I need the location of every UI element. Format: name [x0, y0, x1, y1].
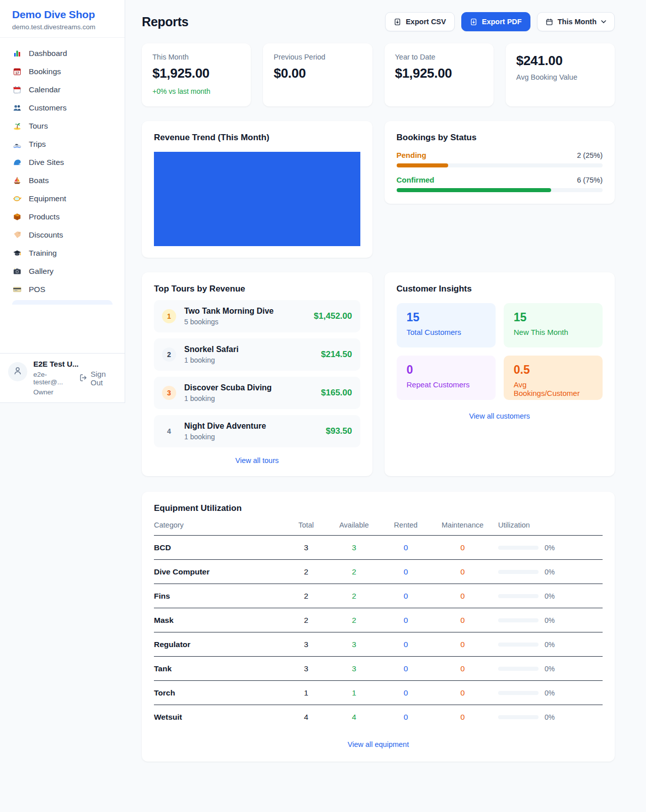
cell-maintenance: 0 [431, 640, 494, 649]
stat-value: $241.00 [516, 53, 604, 69]
cell-rented: 0 [381, 616, 431, 625]
sidebar-item-label: Customers [29, 103, 67, 112]
cell-utilization: 0% [494, 592, 603, 600]
sidebar-item-label: POS [29, 285, 45, 294]
sign-out-button[interactable]: Sign Out [79, 370, 117, 387]
insight-value: 0.5 [514, 363, 593, 377]
cell-available: 3 [328, 664, 381, 673]
tour-bookings: 1 booking [184, 394, 272, 402]
user-section: E2E Test U... e2e-tester@... Sign Out Ow… [0, 353, 125, 402]
column-header: Available [328, 521, 381, 529]
sidebar-item-label: Boats [29, 176, 49, 185]
stat-value: $0.00 [274, 66, 361, 81]
brand-header: Demo Dive Shop demo.test.divestreams.com [0, 0, 125, 38]
sidebar-item-calendar[interactable]: Calendar [6, 81, 119, 99]
sidebar-item-discounts[interactable]: Discounts [6, 226, 119, 244]
cell-utilization: 0% [494, 665, 603, 673]
cell-available: 2 [328, 616, 381, 625]
stat-card-this-month: This Month $1,925.00 +0% vs last month [142, 43, 251, 106]
status-row-pending: Pending 2 (25%) [397, 151, 603, 167]
progress-fill [397, 188, 551, 192]
tour-revenue: $165.00 [321, 388, 352, 398]
sidebar-item-equipment[interactable]: Equipment [6, 190, 119, 208]
revenue-trend-panel: Revenue Trend (This Month) [142, 121, 372, 258]
utilization-track [498, 618, 539, 622]
credit-card-icon [12, 285, 22, 294]
export-csv-button[interactable]: Export CSV [385, 12, 455, 31]
column-header: Utilization [494, 521, 603, 529]
insight-label: Avg Bookings/Customer [514, 380, 593, 397]
export-pdf-button[interactable]: Export PDF [461, 12, 530, 31]
cell-category: Dive Computer [154, 567, 285, 576]
view-all-customers-link[interactable]: View all customers [397, 412, 603, 420]
sidebar-item-boats[interactable]: Boats [6, 171, 119, 190]
table-row: Torch 1 1 0 0 0% [154, 681, 603, 705]
tour-bookings: 5 bookings [184, 318, 274, 326]
cell-utilization: 0% [494, 544, 603, 552]
cell-total: 2 [285, 616, 328, 625]
status-label: Pending [397, 151, 426, 159]
cell-utilization: 0% [494, 689, 603, 697]
sidebar-item-reports-partial[interactable] [12, 300, 113, 305]
column-header: Total [285, 521, 328, 529]
sidebar-item-label: Trips [29, 140, 46, 149]
sidebar-item-label: Gallery [29, 267, 53, 276]
utilization-percent: 0% [545, 713, 555, 721]
cell-utilization: 0% [494, 641, 603, 649]
progress-track [397, 163, 603, 167]
logout-icon [79, 374, 87, 383]
tag-icon [12, 230, 22, 240]
sidebar-item-label: Dive Sites [29, 158, 64, 167]
bar-chart-icon [12, 49, 22, 58]
sidebar-item-bookings[interactable]: 17 Bookings [6, 63, 119, 81]
view-all-tours-link[interactable]: View all tours [154, 456, 360, 465]
utilization-track [498, 546, 539, 550]
sailboat-icon [12, 176, 22, 185]
cell-total: 1 [285, 688, 328, 698]
insight-value: 15 [514, 311, 593, 324]
view-all-equipment-link[interactable]: View all equipment [154, 740, 603, 748]
cell-utilization: 0% [494, 616, 603, 624]
tour-name: Two Tank Morning Dive [184, 307, 274, 316]
utilization-percent: 0% [545, 568, 555, 576]
sidebar-item-pos[interactable]: POS [6, 280, 119, 299]
stat-card-avg-booking-value: $241.00 Avg Booking Value [506, 43, 615, 106]
progress-fill [397, 163, 448, 167]
sidebar-item-dive-sites[interactable]: Dive Sites [6, 153, 119, 171]
dive-mask-icon [12, 194, 22, 203]
cell-utilization: 0% [494, 568, 603, 576]
sidebar-item-customers[interactable]: Customers [6, 99, 119, 117]
insight-value: 0 [407, 363, 486, 377]
sidebar-item-gallery[interactable]: Gallery [6, 262, 119, 280]
stat-label: Previous Period [274, 53, 361, 61]
tour-item: 3 Discover Scuba Diving 1 booking $165.0… [154, 377, 360, 409]
cell-total: 2 [285, 567, 328, 576]
insight-label: New This Month [514, 328, 593, 336]
user-role: Owner [33, 388, 117, 396]
insight-card-total-customers: 15 Total Customers [397, 303, 496, 347]
cell-maintenance: 0 [431, 592, 494, 601]
status-row-confirmed: Confirmed 6 (75%) [397, 176, 603, 192]
tour-revenue: $1,452.00 [314, 311, 352, 321]
sidebar-item-label: Calendar [29, 85, 61, 94]
cell-available: 2 [328, 592, 381, 601]
rank-badge: 4 [162, 424, 176, 438]
period-selector[interactable]: This Month [537, 12, 615, 31]
table-row: Regulator 3 3 0 0 0% [154, 632, 603, 657]
sidebar-item-tours[interactable]: Tours [6, 117, 119, 135]
tour-revenue: $214.50 [321, 350, 352, 360]
camera-icon [12, 267, 22, 276]
sidebar-item-label: Equipment [29, 194, 66, 203]
sidebar-item-trips[interactable]: Trips [6, 135, 119, 153]
sidebar-item-label: Tours [29, 122, 48, 131]
page-title: Reports [142, 15, 188, 29]
sidebar-item-dashboard[interactable]: Dashboard [6, 44, 119, 63]
revenue-trend-chart [154, 152, 360, 246]
sidebar-item-training[interactable]: Training [6, 244, 119, 262]
table-row: Tank 3 3 0 0 0% [154, 657, 603, 681]
cell-rented: 0 [381, 713, 431, 722]
cell-rented: 0 [381, 543, 431, 552]
file-export-icon [394, 18, 401, 26]
sidebar-item-products[interactable]: Products [6, 208, 119, 226]
utilization-track [498, 643, 539, 647]
